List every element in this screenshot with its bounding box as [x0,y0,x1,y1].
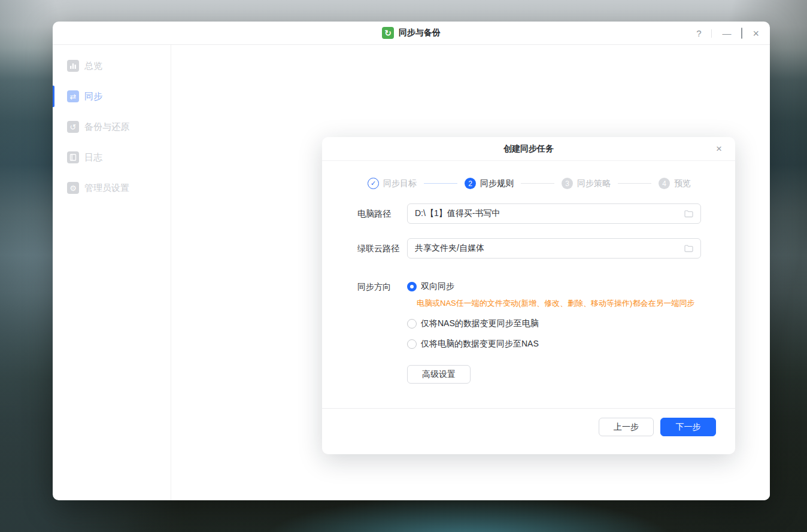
sync-direction-row: 同步方向 双向同步 电脑或NAS任一端的文件变动(新增、修改、删除、移动等操作)… [357,280,701,351]
sync-icon: ⇄ [67,90,79,102]
dialog-title: 创建同步任务 [503,144,554,154]
backup-restore-icon: ↺ [67,121,79,133]
close-window-button[interactable]: × [753,28,759,39]
step-label: 同步规则 [480,178,514,189]
titlebar: ↻ 同步与备份 ? — × [53,22,770,45]
previous-step-button[interactable]: 上一步 [599,418,654,436]
create-sync-task-dialog: 创建同步任务 × ✓ 同步目标 2 [322,137,735,454]
sidebar-item-label: 同步 [84,91,102,102]
step-sync-strategy: 3 同步策略 [562,178,611,189]
radio-unselected-icon [407,319,417,329]
cloud-path-value: 共享文件夹/自媒体 [415,243,484,254]
pc-path-label: 电脑路径 [357,203,407,224]
radio-pc-to-nas[interactable]: 仅将电脑的数据变更同步至NAS [407,338,694,351]
folder-browse-icon[interactable] [684,209,694,219]
dialog-body: ✓ 同步目标 2 同步规则 3 同步策略 [322,161,735,408]
maximize-icon [741,28,742,39]
app-title: 同步与备份 [399,28,441,38]
step-label: 同步策略 [577,178,611,189]
dialog-header: 创建同步任务 × [322,137,735,161]
sync-backup-app-icon: ↻ [382,27,394,39]
step-indicator: ✓ 同步目标 2 同步规则 3 同步策略 [357,178,701,189]
step-preview: 4 预览 [659,178,691,189]
sidebar-item-label: 管理员设置 [84,183,129,194]
step-connector [521,183,554,184]
step-connector [618,183,651,184]
pc-path-value: D:\【1】值得买-书写中 [415,208,500,219]
sidebar-item-label: 总览 [84,60,102,72]
cloud-path-row: 绿联云路径 共享文件夹/自媒体 [357,238,701,259]
folder-browse-icon[interactable] [684,244,694,254]
sidebar-item-label: 备份与还原 [84,121,129,133]
sidebar-item-sync[interactable]: ⇄ 同步 [53,84,171,108]
sidebar-item-overview[interactable]: 总览 [53,54,171,78]
app-window: ↻ 同步与备份 ? — × 总览 [53,22,770,500]
radio-label: 双向同步 [421,281,454,292]
titlebar-separator [711,29,712,38]
step-label: 预览 [674,178,691,189]
main-content: 创建同步任务 × ✓ 同步目标 2 [171,45,770,500]
radio-label: 仅将NAS的数据变更同步至电脑 [421,318,539,329]
dialog-footer: 上一步 下一步 [322,408,735,454]
sidebar-item-log[interactable]: 日志 [53,145,171,169]
radio-label: 仅将电脑的数据变更同步至NAS [421,339,539,349]
cloud-path-label: 绿联云路径 [357,238,407,259]
admin-settings-icon: ⚙ [67,182,79,194]
step-number: 3 [562,178,573,189]
sync-direction-label: 同步方向 [357,280,407,351]
step-number: 4 [659,178,670,189]
step-label: 同步目标 [383,178,417,189]
step-sync-target: ✓ 同步目标 [368,178,417,189]
desktop-wallpaper: ↻ 同步与备份 ? — × 总览 [0,0,807,532]
pc-path-input[interactable]: D:\【1】值得买-书写中 [407,203,701,224]
minimize-button[interactable]: — [722,29,731,38]
active-indicator [53,86,54,107]
step-connector [424,183,457,184]
sidebar-item-admin-settings[interactable]: ⚙ 管理员设置 [53,176,171,200]
help-button[interactable]: ? [696,29,701,38]
maximize-button[interactable] [741,29,742,38]
step-number: 2 [465,178,476,189]
bidirectional-sync-note: 电脑或NAS任一端的文件变动(新增、修改、删除、移动等操作)都会在另一端同步 [417,298,694,309]
step-sync-rules: 2 同步规则 [465,178,514,189]
sidebar-item-backup-restore[interactable]: ↺ 备份与还原 [53,115,171,139]
sidebar: 总览 ⇄ 同步 ↺ 备份与还原 日志 [53,45,171,500]
log-icon [67,151,79,163]
step-check-icon: ✓ [368,178,379,189]
overview-icon [67,60,79,72]
sidebar-item-label: 日志 [84,152,102,163]
next-step-button[interactable]: 下一步 [660,418,716,436]
dialog-close-icon[interactable]: × [716,144,722,154]
radio-unselected-icon [407,339,417,349]
radio-selected-icon [407,282,417,291]
cloud-path-input[interactable]: 共享文件夹/自媒体 [407,238,701,259]
pc-path-row: 电脑路径 D:\【1】值得买-书写中 [357,203,701,224]
radio-nas-to-pc[interactable]: 仅将NAS的数据变更同步至电脑 [407,317,694,330]
advanced-settings-button[interactable]: 高级设置 [407,365,471,384]
radio-bidirectional-sync[interactable]: 双向同步 [407,280,694,293]
